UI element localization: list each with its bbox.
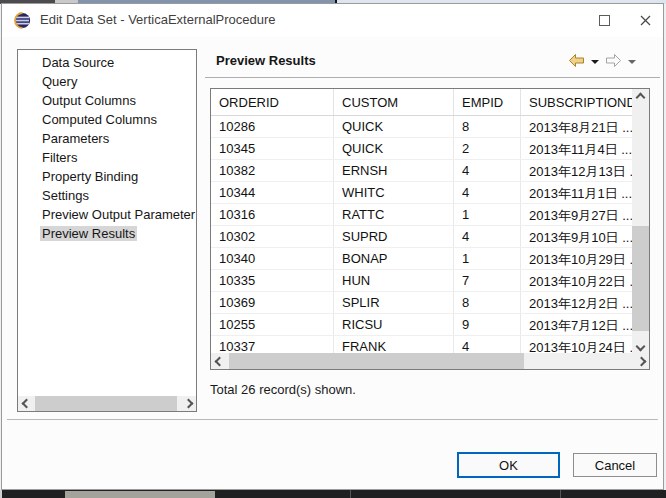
- background-segment: [65, 491, 215, 498]
- record-count-text: Total 26 record(s) shown.: [210, 382, 356, 397]
- maximize-button[interactable]: [588, 8, 620, 33]
- table-row[interactable]: 10340 BONAP 1 2013年10月29日 ..: [211, 248, 632, 270]
- cell-empid: 8: [454, 116, 521, 137]
- table-row[interactable]: 10344 WHITC 4 2013年11月1日 ...: [211, 182, 632, 204]
- titlebar[interactable]: Edit Data Set - VerticaExternalProcedure: [2, 4, 663, 37]
- cell-orderid: 10369: [211, 292, 334, 313]
- sidebar-horizontal-scrollbar[interactable]: [18, 396, 196, 411]
- cell-orderid: 10382: [211, 160, 334, 181]
- chevron-left-icon: [214, 356, 224, 366]
- scrollbar-track[interactable]: [34, 396, 180, 411]
- sidebar-item-output-columns[interactable]: Output Columns: [18, 91, 196, 110]
- cell-empid: 9: [454, 314, 521, 335]
- cell-subscriptiond: 2013年7月12日 ...: [521, 314, 632, 335]
- table-row[interactable]: 10337 FRANK 4 2013年10月24日 ..: [211, 336, 632, 353]
- eclipse-icon: [14, 12, 31, 29]
- scrollbar-track[interactable]: [227, 353, 633, 369]
- sidebar-item-computed-columns[interactable]: Computed Columns: [18, 110, 196, 129]
- chevron-left-icon: [21, 399, 31, 409]
- chevron-up-icon: [636, 92, 646, 102]
- scroll-down-button[interactable]: [632, 338, 649, 354]
- sidebar-item-property-binding[interactable]: Property Binding: [18, 167, 196, 186]
- chevron-right-icon: [183, 399, 193, 409]
- pages-list: Data Source Query Output Columns Compute…: [17, 49, 197, 412]
- background-segment: [560, 490, 561, 498]
- scroll-right-button[interactable]: [633, 353, 649, 369]
- table-header-row: ORDERID CUSTOM EMPID SUBSCRIPTIOND: [211, 89, 632, 116]
- cell-subscriptiond: 2013年9月10日 ...: [521, 226, 632, 247]
- cell-custom: BONAP: [334, 248, 454, 269]
- cell-custom: RATTC: [334, 204, 454, 225]
- background-segment: [350, 490, 351, 498]
- scroll-left-button[interactable]: [18, 396, 34, 411]
- column-header-custom[interactable]: CUSTOM: [334, 89, 454, 115]
- table-vertical-scrollbar[interactable]: [632, 89, 649, 354]
- column-header-orderid[interactable]: ORDERID: [211, 89, 334, 115]
- sidebar-item-data-source[interactable]: Data Source: [18, 53, 196, 72]
- pages-list-items: Data Source Query Output Columns Compute…: [18, 53, 196, 243]
- table-row[interactable]: 10335 HUN 7 2013年10月22日 ..: [211, 270, 632, 292]
- cell-custom: HUN: [334, 270, 454, 291]
- cell-orderid: 10286: [211, 116, 334, 137]
- column-header-subscriptiond[interactable]: SUBSCRIPTIOND: [521, 89, 632, 115]
- cancel-button[interactable]: Cancel: [573, 453, 657, 477]
- table-horizontal-scrollbar[interactable]: [211, 353, 649, 369]
- cell-subscriptiond: 2013年12月2日 ...: [521, 292, 632, 313]
- button-bar-separator: [7, 419, 658, 420]
- scrollbar-thumb[interactable]: [35, 396, 177, 411]
- background-window-bottom-edge: [0, 490, 666, 498]
- cell-empid: 4: [454, 226, 521, 247]
- cell-orderid: 10344: [211, 182, 334, 203]
- table-row[interactable]: 10286 QUICK 8 2013年8月21日 ...: [211, 116, 632, 138]
- cell-orderid: 10340: [211, 248, 334, 269]
- cell-empid: 4: [454, 160, 521, 181]
- cell-empid: 7: [454, 270, 521, 291]
- sidebar-item-filters[interactable]: Filters: [18, 148, 196, 167]
- scrollbar-thumb[interactable]: [632, 226, 649, 331]
- close-icon: [640, 15, 651, 26]
- sidebar-item-parameters[interactable]: Parameters: [18, 129, 196, 148]
- cell-empid: 2: [454, 138, 521, 159]
- close-button[interactable]: [629, 8, 661, 33]
- sidebar-item-settings[interactable]: Settings: [18, 186, 196, 205]
- table-row[interactable]: 10255 RICSU 9 2013年7月12日 ...: [211, 314, 632, 336]
- table-row[interactable]: 10345 QUICK 2 2013年11月4日 ...: [211, 138, 632, 160]
- cell-custom: SPLIR: [334, 292, 454, 313]
- cell-custom: SUPRD: [334, 226, 454, 247]
- scroll-up-button[interactable]: [632, 89, 649, 105]
- maximize-icon: [599, 15, 610, 26]
- dialog-title: Edit Data Set - VerticaExternalProcedure: [40, 12, 276, 27]
- header-separator: [205, 77, 660, 78]
- column-header-empid[interactable]: EMPID: [454, 89, 521, 115]
- cell-subscriptiond: 2013年10月29日 ..: [521, 248, 632, 269]
- forward-history-dropdown[interactable]: [628, 60, 636, 64]
- cell-orderid: 10316: [211, 204, 334, 225]
- scrollbar-thumb[interactable]: [229, 353, 524, 369]
- cell-orderid: 10255: [211, 314, 334, 335]
- sidebar-item-query[interactable]: Query: [18, 72, 196, 91]
- cell-orderid: 10337: [211, 336, 334, 353]
- table-row[interactable]: 10302 SUPRD 4 2013年9月10日 ...: [211, 226, 632, 248]
- cell-subscriptiond: 2013年9月27日 ...: [521, 204, 632, 225]
- cell-subscriptiond: 2013年11月4日 ...: [521, 138, 632, 159]
- ok-button[interactable]: OK: [457, 452, 560, 478]
- table-row[interactable]: 10369 SPLIR 8 2013年12月2日 ...: [211, 292, 632, 314]
- cell-custom: WHITC: [334, 182, 454, 203]
- cell-custom: ERNSH: [334, 160, 454, 181]
- scroll-right-button[interactable]: [180, 396, 196, 411]
- cell-empid: 4: [454, 336, 521, 353]
- table-row[interactable]: 10316 RATTC 1 2013年9月27日 ...: [211, 204, 632, 226]
- sidebar-item-preview-results[interactable]: Preview Results: [18, 224, 196, 243]
- cell-subscriptiond: 2013年10月24日 ..: [521, 336, 632, 353]
- table-row[interactable]: 10382 ERNSH 4 2013年12月13日 ..: [211, 160, 632, 182]
- back-history-dropdown[interactable]: [591, 60, 599, 64]
- edit-data-set-dialog: Edit Data Set - VerticaExternalProcedure…: [1, 3, 664, 490]
- scroll-left-button[interactable]: [211, 353, 227, 369]
- cell-subscriptiond: 2013年10月22日 ..: [521, 270, 632, 291]
- sidebar-item-preview-output-parameter[interactable]: Preview Output Parameter: [18, 205, 196, 224]
- cell-empid: 1: [454, 248, 521, 269]
- back-button[interactable]: [568, 53, 585, 72]
- cell-custom: QUICK: [334, 138, 454, 159]
- forward-button[interactable]: [605, 53, 622, 72]
- history-navigation: [568, 54, 636, 70]
